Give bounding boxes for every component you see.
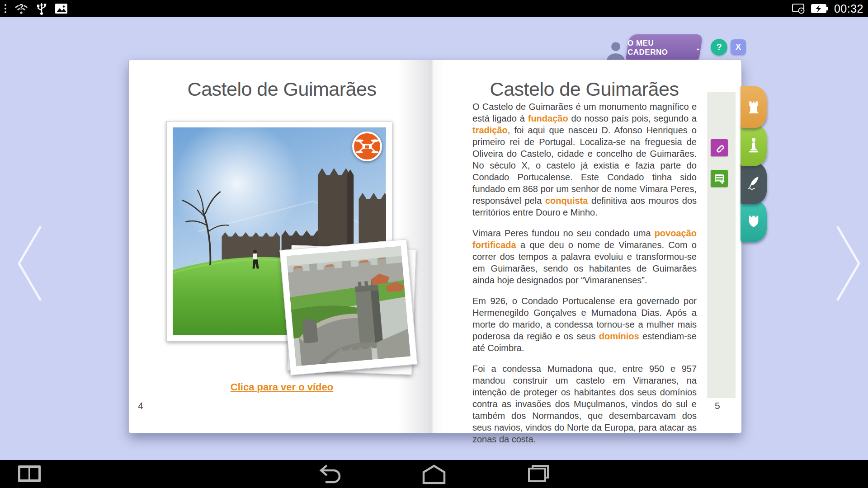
my-notebook-label: O MEU CADERNO <box>627 39 692 57</box>
paragraph-text: , foi aqui que nasceu D. Afonso Henrique… <box>472 125 697 206</box>
close-button[interactable]: X <box>731 39 746 55</box>
glossary-keyword-link[interactable]: domínios <box>599 331 639 341</box>
link-icon <box>714 142 725 153</box>
overflow-menu-icon <box>4 4 7 13</box>
drone-icon <box>354 133 380 160</box>
recents-button[interactable] <box>524 463 552 485</box>
video-link[interactable]: Clica para ver o vídeo <box>231 381 333 393</box>
help-button[interactable]: ? <box>711 39 727 56</box>
aerial-photo-art <box>287 246 410 366</box>
wifi-unknown-icon: ? <box>14 2 29 15</box>
previous-page-arrow[interactable] <box>13 223 45 304</box>
android-status-bar: ? 00:32 <box>0 0 868 17</box>
paragraph: Vimara Peres fundou no seu condado uma p… <box>472 227 697 286</box>
home-icon <box>424 466 444 483</box>
shield-icon <box>747 214 760 228</box>
screenshot-icon <box>54 2 68 15</box>
glossary-keyword-link[interactable]: tradição <box>472 125 508 135</box>
castle-aerial-view-polaroid <box>285 244 412 370</box>
shield-tab[interactable] <box>741 200 767 242</box>
split-screen-button[interactable] <box>18 465 41 483</box>
quill-icon <box>747 175 760 191</box>
clock: 00:32 <box>834 2 863 15</box>
paragraph-text: Vimara Peres fundou no seu condado uma <box>472 228 655 238</box>
paragraph-text: do nosso país pois, segundo a <box>568 113 697 123</box>
book-spread: Castelo de Guimarães <box>129 60 741 433</box>
bookmark-tabs <box>741 86 768 242</box>
next-page-arrow[interactable] <box>833 223 865 304</box>
screen-cast-icon <box>792 3 805 14</box>
right-page-number: 5 <box>715 400 720 411</box>
paragraph: Foi a condessa Mumadona que, entre 950 e… <box>472 363 697 445</box>
usb-icon <box>35 2 48 15</box>
castle-tab[interactable] <box>741 86 767 128</box>
close-label: X <box>736 42 741 52</box>
recents-icon <box>529 466 548 481</box>
battery-charging-icon <box>811 3 829 14</box>
statue-tab[interactable] <box>741 124 767 166</box>
paragraph: O Castelo de Guimarães é um monumento ma… <box>472 101 697 218</box>
glossary-keyword-link[interactable]: conquista <box>545 196 588 206</box>
right-page-title: Castelo de Guimarães <box>472 78 696 100</box>
quill-tab[interactable] <box>741 162 767 204</box>
my-notebook-button[interactable]: O MEU CADERNO ⌄ <box>627 34 701 61</box>
glossary-keyword-link[interactable]: fundação <box>528 113 568 123</box>
svg-text:?: ? <box>19 3 24 11</box>
back-button[interactable] <box>316 463 344 485</box>
android-nav-bar <box>0 460 868 488</box>
chevron-down-icon: ⌄ <box>696 45 701 52</box>
paragraph: Em 926, o Condado Portucalense era gover… <box>472 295 697 354</box>
left-page-title: Castelo de Guimarães <box>129 78 435 100</box>
back-icon <box>321 465 340 482</box>
add-note-tool-button[interactable] <box>711 170 728 187</box>
page-tool-strip <box>708 92 736 398</box>
left-page-number: 4 <box>138 400 143 411</box>
link-tool-button[interactable] <box>711 139 728 156</box>
help-label: ? <box>716 42 722 52</box>
user-avatar[interactable] <box>605 40 627 61</box>
home-button[interactable] <box>420 463 448 485</box>
drone-video-badge[interactable] <box>352 131 382 161</box>
reader-stage: O MEU CADERNO ⌄ ? X Castelo de Guimarães <box>0 17 868 460</box>
statue-icon <box>747 137 760 153</box>
castle-icon <box>747 100 760 114</box>
add-note-icon <box>713 173 725 184</box>
paragraph-text: Foi a condessa Mumadona que, entre 950 e… <box>472 364 697 444</box>
body-text: O Castelo de Guimarães é um monumento ma… <box>472 101 697 454</box>
